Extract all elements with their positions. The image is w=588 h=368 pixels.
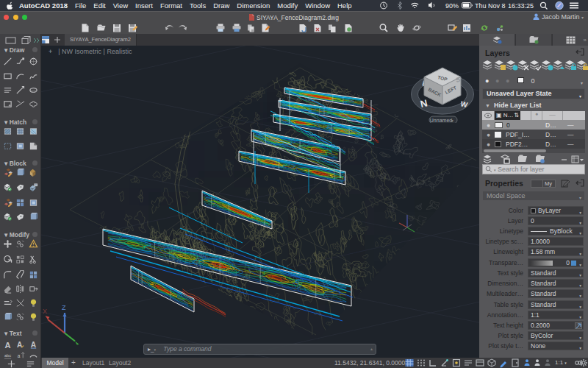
svg-text:▾: ▾ xyxy=(451,118,453,123)
svg-text:W: W xyxy=(460,99,469,109)
svg-text:A: A xyxy=(31,340,37,348)
svg-text:Z: Z xyxy=(62,304,66,311)
svg-text:X: X xyxy=(43,308,47,315)
svg-text:16:33:25: 16:33:25 xyxy=(508,2,534,10)
svg-text:90%: 90% xyxy=(445,2,459,10)
svg-text:N: N xyxy=(420,97,429,110)
svg-text:Unnamed: Unnamed xyxy=(430,118,452,123)
svg-text:Thu Nov 8: Thu Nov 8 xyxy=(475,2,506,10)
